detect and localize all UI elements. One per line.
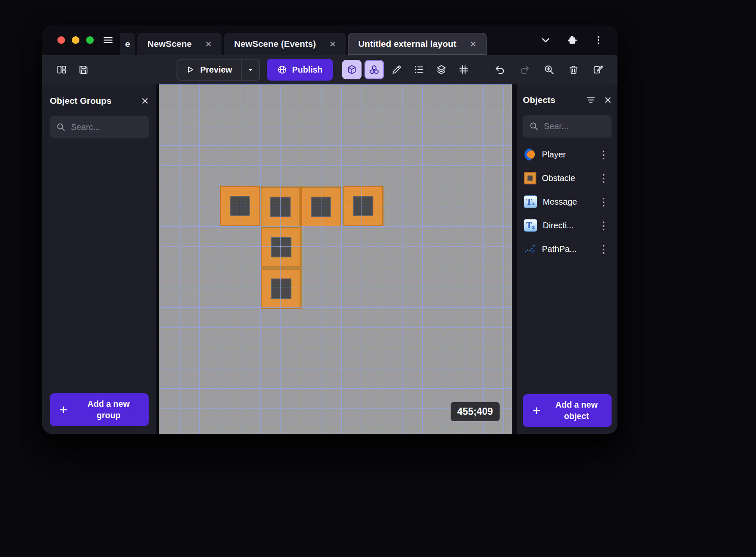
object-menu-icon[interactable]: ⋮ (597, 197, 611, 207)
object-item-obstacle[interactable]: Obstacle ⋮ (523, 166, 612, 190)
play-icon (186, 65, 195, 74)
cubes-stack-icon (369, 64, 380, 75)
scene-canvas[interactable]: 455;409 (159, 84, 512, 434)
object-menu-icon[interactable]: ⋮ (597, 173, 611, 184)
kebab-menu-icon (593, 35, 604, 46)
3d-view-button[interactable] (342, 60, 362, 79)
tab-strip-actions (540, 34, 604, 46)
object-item-directions[interactable]: Tx Directi... ⋮ (523, 214, 612, 237)
bullet-list-icon (413, 64, 424, 75)
save-icon (78, 64, 89, 75)
close-traffic-light[interactable] (57, 36, 65, 44)
tab-label: NewScene (147, 39, 192, 49)
add-object-button[interactable]: + Add a new object (523, 394, 612, 427)
layers-button[interactable] (432, 60, 451, 79)
preview-options-button[interactable] (242, 59, 259, 80)
search-input[interactable] (544, 122, 606, 131)
search-icon (529, 121, 539, 131)
preview-split-button: Preview (177, 59, 260, 81)
globe-icon (277, 65, 287, 75)
edit-mode-button[interactable] (387, 60, 406, 79)
obstacle-instance[interactable] (220, 186, 260, 226)
grid-settings-button[interactable] (454, 60, 473, 79)
obstacle-instance-center (271, 237, 291, 257)
object-label: Message (543, 197, 591, 207)
cursor-coordinates-badge: 455;409 (451, 402, 500, 421)
publish-label: Publish (292, 65, 323, 75)
object-item-player[interactable]: Player ⋮ (523, 143, 612, 166)
rename-icon (593, 64, 604, 75)
obstacle-instance-center (311, 197, 331, 217)
window-controls (57, 36, 94, 44)
trash-icon (568, 64, 579, 75)
tab-untitled-external-layout[interactable]: Untitled external layout × (348, 33, 486, 55)
search-input[interactable] (71, 122, 143, 132)
obstacle-instance[interactable] (261, 227, 302, 268)
main-menu-button[interactable] (102, 34, 114, 46)
tab-list-dropdown-button[interactable] (540, 34, 552, 46)
app-window: e NewScene × NewScene (Events) × Untitle… (42, 25, 617, 434)
toggle-panels-button[interactable] (53, 61, 70, 78)
undo-button[interactable] (492, 60, 509, 79)
objects-instances-button[interactable] (364, 60, 384, 79)
objects-list: Player ⋮ Obstacle ⋮ Tx Message ⋮ Tx Dire… (523, 143, 612, 261)
text-object-icon: Tx (524, 219, 537, 232)
close-icon[interactable]: × (470, 38, 476, 49)
save-button[interactable] (75, 61, 92, 78)
preview-button[interactable]: Preview (177, 59, 241, 80)
obstacle-instance-center (271, 278, 291, 299)
tab-partial-label: e (125, 39, 130, 49)
panel-gutter (512, 84, 517, 434)
close-icon[interactable]: × (604, 94, 612, 106)
object-label: PathPa... (542, 244, 591, 254)
zoom-button[interactable] (541, 60, 557, 79)
tab-label: NewScene (Events) (234, 39, 316, 49)
add-group-button[interactable]: + Add a new group (50, 393, 149, 426)
add-object-label: Add a new object (551, 399, 602, 422)
object-groups-search (50, 116, 149, 138)
plus-icon: + (56, 402, 71, 418)
tab-newscene[interactable]: NewScene × (137, 33, 222, 55)
object-label: Player (542, 150, 591, 160)
plus-icon: + (529, 403, 544, 419)
obstacle-instance[interactable] (261, 268, 302, 309)
undo-icon (495, 64, 506, 75)
panel-title: Object Groups (50, 96, 133, 106)
preview-label: Preview (200, 65, 232, 75)
text-object-icon: Tx (524, 195, 537, 208)
minimize-traffic-light[interactable] (72, 36, 79, 44)
edit-scene-properties-button[interactable] (590, 60, 606, 79)
zoom-in-icon (544, 64, 555, 75)
extensions-button[interactable] (567, 35, 578, 46)
instances-list-button[interactable] (409, 60, 429, 79)
objects-panel: Objects × Player ⋮ Obstacle (517, 84, 617, 434)
caret-down-icon (246, 65, 255, 74)
object-item-message[interactable]: Tx Message ⋮ (523, 190, 612, 214)
zoom-traffic-light[interactable] (86, 36, 94, 44)
publish-button[interactable]: Publish (267, 59, 333, 81)
path-object-icon (524, 243, 536, 255)
obstacle-instance-center (353, 196, 373, 216)
filter-objects-button[interactable] (585, 95, 596, 105)
object-groups-header: Object Groups × (50, 92, 149, 110)
tab-partial[interactable]: e (120, 33, 135, 55)
object-menu-icon[interactable]: ⋮ (597, 244, 611, 254)
delete-button[interactable] (565, 60, 582, 79)
close-icon[interactable]: × (141, 95, 149, 107)
tab-newscene-events[interactable]: NewScene (Events) × (224, 33, 346, 55)
obstacle-instance[interactable] (343, 186, 383, 226)
close-icon[interactable]: × (205, 38, 212, 49)
object-menu-icon[interactable]: ⋮ (597, 149, 611, 160)
object-item-pathpaint[interactable]: PathPa... ⋮ (523, 237, 612, 261)
object-menu-icon[interactable]: ⋮ (597, 220, 611, 231)
redo-button[interactable] (516, 60, 533, 79)
obstacle-instance[interactable] (301, 187, 341, 227)
close-icon[interactable]: × (329, 38, 336, 49)
layers-icon (436, 64, 447, 75)
object-label: Directi... (543, 221, 591, 230)
window-menu-button[interactable] (593, 35, 604, 46)
grid-icon (458, 64, 469, 75)
cube-icon (346, 64, 357, 75)
obstacle-instance[interactable] (260, 187, 301, 227)
redo-icon (519, 64, 530, 75)
